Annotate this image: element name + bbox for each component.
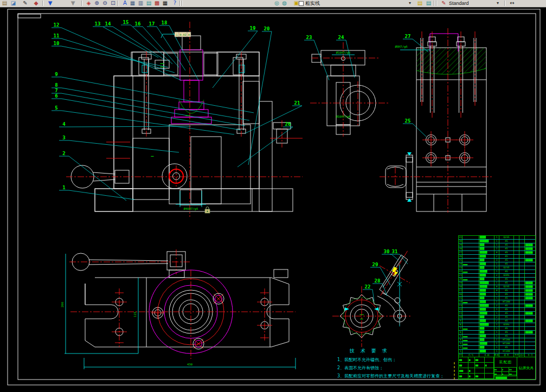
bom-cell: █████	[479, 342, 494, 345]
bom-cell: 4	[459, 338, 463, 342]
svg-text:200: 200	[61, 302, 64, 307]
bom-cell	[514, 289, 519, 292]
bom-cell: 11	[459, 312, 463, 315]
bom-cell: 45	[499, 281, 514, 285]
linetype-dropdown-arrow[interactable]: ▾	[409, 0, 411, 7]
bom-cell: ▇▇▇▇▇	[525, 247, 535, 250]
bom-cell	[525, 300, 535, 304]
bylayer-color-icon[interactable]: ▣	[293, 0, 300, 7]
bom-cell	[519, 300, 525, 304]
bom-cell: ███	[479, 278, 494, 281]
bom-row: 1████1HT200	[459, 350, 535, 354]
style-edit-icon[interactable]: ✎	[440, 0, 447, 7]
layer-manager-icon[interactable]: ▤	[425, 0, 432, 7]
bom-cell	[463, 331, 479, 334]
bom-cell	[519, 293, 525, 296]
pen-icon[interactable]: ✎	[22, 0, 29, 7]
bom-cell: 26	[459, 255, 463, 258]
ratchet-detail-view: ▂▂▂ ▂▂	[332, 250, 410, 347]
grid-icon[interactable]: ▦	[162, 0, 169, 7]
svg-text:⊥: ⊥	[175, 33, 178, 36]
zoom-in-icon[interactable]: ⊕	[93, 0, 100, 7]
xref-icon[interactable]: ▩	[153, 0, 160, 7]
bom-row: 16████145▇▇▇▇▇	[459, 293, 535, 297]
dim-style-icon[interactable]: ↔	[509, 0, 516, 7]
pan-icon[interactable]: ◈	[85, 0, 92, 7]
svg-text:29: 29	[372, 262, 378, 267]
bom-cell	[519, 331, 525, 334]
help-icon[interactable]: ?	[171, 0, 178, 7]
zoom-out-icon[interactable]: ⊖	[101, 0, 108, 7]
bom-cell	[463, 281, 479, 285]
svg-text:Ø10H7/g6: Ø10H7/g6	[336, 115, 351, 119]
bom-cell: 1	[494, 281, 499, 285]
svg-text:6: 6	[55, 93, 57, 99]
bom-cell: 45	[499, 289, 514, 292]
svg-text:▂▂▂: ▂▂▂	[159, 61, 164, 64]
bom-cell	[463, 240, 479, 243]
bom-cell: 1	[494, 327, 499, 330]
zoom-window-icon[interactable]: ⊡	[110, 0, 117, 7]
bom-cell	[525, 308, 535, 311]
bom-cell	[525, 236, 535, 239]
title-block-cell: ▆▆	[475, 363, 485, 368]
bom-cell	[525, 346, 535, 349]
bom-cell	[519, 350, 525, 353]
bom-cell: ▇▇▇▇▇	[525, 319, 535, 323]
bom-row: 13██████245▇▇▇▇▇	[459, 304, 535, 308]
bom-cell: ████	[479, 319, 494, 323]
bom-cell: 1	[494, 240, 499, 243]
bom-row: 5▃▃▃████145	[459, 335, 535, 338]
bom-cell: ▇▇▇▇▇	[525, 243, 535, 247]
bom-cell: █████	[479, 312, 494, 315]
bom-cell	[514, 346, 519, 349]
bom-cell: ████	[479, 308, 494, 311]
bom-cell	[463, 293, 479, 296]
sheet-icon[interactable]: ▥	[137, 0, 144, 7]
find-text-icon[interactable]: A	[121, 0, 129, 7]
svg-text:13: 13	[95, 21, 101, 27]
bom-cell	[463, 285, 479, 288]
bom-row: 9████245▇▇▇▇▇	[459, 319, 535, 323]
bom-cell: ██████	[479, 240, 494, 243]
style-dropdown-arrow[interactable]: ▾	[497, 0, 499, 7]
title-block-cell: ▆▆	[459, 357, 468, 363]
bom-cell	[514, 293, 519, 296]
viewport-icon[interactable]: ◎	[273, 0, 280, 7]
drawing-canvas[interactable]: ▂▂▂ ▂▂▂	[0, 8, 546, 392]
bom-cell: 14	[459, 300, 463, 304]
svg-text:20: 20	[264, 26, 270, 31]
paste-down-icon[interactable]: ▼	[47, 0, 54, 7]
style-select[interactable]: Standard	[449, 0, 469, 7]
bom-cell: HT200	[499, 342, 514, 345]
layers-icon[interactable]: ▤	[145, 0, 152, 7]
down-gray-icon[interactable]: ▼	[69, 0, 76, 7]
bom-cell	[519, 251, 525, 254]
bom-cell	[514, 316, 519, 319]
main-section-view: ▂▂▂ ▂▂▂	[66, 22, 303, 217]
svg-text:1、装配时不允许磕伤、创伤；: 1、装配时不允许磕伤、创伤；	[337, 357, 396, 362]
viewport-alt-icon[interactable]: ◍	[281, 0, 288, 7]
svg-text:4: 4	[62, 121, 66, 127]
toolbar-separator	[81, 1, 82, 6]
bom-cell: 1	[494, 243, 499, 247]
bom-cell	[519, 342, 525, 345]
match-props-icon[interactable]: ▤	[416, 0, 423, 7]
linetype-select[interactable]: 粗实线	[305, 0, 320, 7]
bom-cell: ▃▃▃	[463, 338, 479, 342]
bom-cell	[463, 319, 479, 323]
open-icon[interactable]: ▤	[1, 0, 8, 7]
bom-cell: 45	[499, 316, 514, 319]
bom-cell: 3	[459, 342, 463, 345]
table-icon[interactable]: ▦	[129, 0, 136, 7]
bom-cell	[519, 312, 525, 315]
brush-icon[interactable]: ◆	[33, 0, 40, 7]
ucs-icon[interactable]: ◪	[10, 0, 17, 7]
bom-cell	[519, 270, 525, 273]
bom-cell: Q235	[499, 236, 514, 239]
bom-cell	[514, 236, 519, 239]
bom-cell: ███	[479, 331, 494, 334]
bom-cell: 5	[459, 335, 463, 338]
svg-text:27: 27	[405, 34, 411, 39]
bom-cell: 16	[459, 293, 463, 296]
